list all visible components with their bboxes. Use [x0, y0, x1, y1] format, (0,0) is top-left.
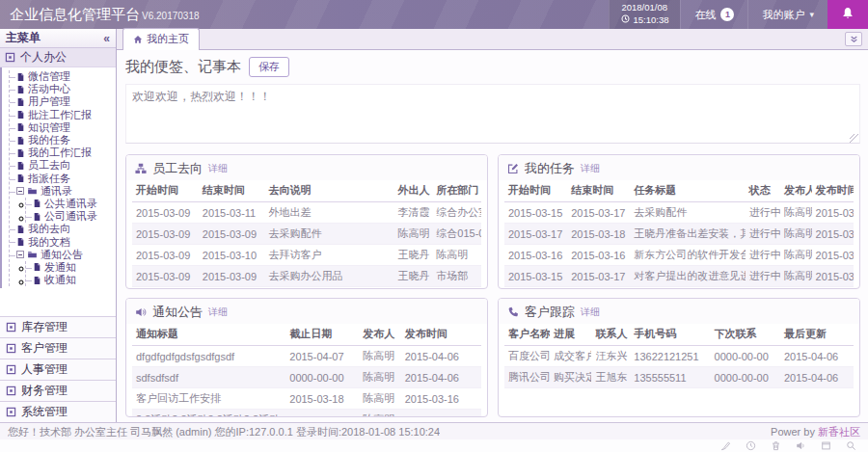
document-icon	[16, 136, 25, 146]
online-users-button[interactable]: 在线 1	[680, 0, 747, 29]
sidebar-menu-tree: 微信管理活动中心用户管理批注工作汇报知识管理我的任务我的工作汇报员工去向指派任务…	[0, 67, 116, 288]
sidebar-item-我的工作汇报[interactable]: 我的工作汇报	[16, 146, 114, 159]
window-icon[interactable]	[821, 440, 831, 451]
document-icon	[16, 97, 25, 107]
table-row[interactable]: sdfsdfsdf0000-00-00陈高明2015-04-06	[132, 367, 481, 388]
column-header: 所在部门	[432, 180, 481, 202]
section-square-icon	[5, 52, 15, 63]
panel-detail-link[interactable]: 详细	[208, 306, 228, 319]
sidebar-section-系统管理[interactable]: 系统管理	[0, 401, 116, 422]
table-cell: 百度公司	[504, 346, 550, 367]
column-header: 发布时间	[401, 324, 481, 346]
panel-notices: 通知公告详细通知标题截止日期发布人发布时间dfgdfgdfgdsfgsdfgsd…	[125, 298, 488, 417]
sidebar-item-我的去向[interactable]: 我的去向	[16, 223, 114, 235]
sidebar-collapse-icon[interactable]: «	[103, 32, 110, 45]
document-icon	[16, 161, 25, 171]
app-title: 企业信息化管理平台	[10, 6, 140, 24]
table-cell: 2015-03-15	[504, 202, 567, 224]
table-row[interactable]: 2015-03-092015-03-09去采购配件陈高明综合015-03-	[132, 224, 481, 245]
sidebar-item-用户管理[interactable]: 用户管理	[16, 95, 114, 108]
table-row[interactable]: 2015-03-172015-03-18王晓丹准备出差安装，其他人配合进行中陈高…	[504, 224, 854, 245]
notification-bell-button[interactable]	[827, 0, 868, 29]
table-cell: 2015-03-09	[132, 266, 199, 287]
sidebar-item-公共通讯录[interactable]: 公共通讯录	[33, 198, 114, 210]
sidebar-item-批注工作汇报[interactable]: 批注工作汇报	[16, 109, 114, 121]
table-cell: 综合办公室	[432, 287, 481, 289]
table-cell: 王晓丹准备出差安装，其他人配合	[630, 224, 745, 245]
sidebar-section-财务管理[interactable]: 财务管理	[0, 380, 116, 401]
table-row[interactable]: 2015-03-092015-03-10去拜访客户王晓丹陈高明	[132, 245, 481, 266]
panel-detail-link[interactable]: 详细	[581, 306, 600, 319]
current-time: 15:10:38	[633, 14, 668, 27]
table-cell: 王旭东	[591, 367, 630, 388]
sidebar-item-我的任务[interactable]: 我的任务	[16, 134, 114, 146]
table-row[interactable]: 2015-03-092015-03-11外地出差李清霞综合办公室	[132, 202, 481, 224]
panel-detail-link[interactable]: 详细	[581, 162, 600, 175]
power-by-link[interactable]: 新香社区	[818, 426, 860, 438]
table-cell: 新东方公司的软件开发合同需要签约	[630, 245, 745, 266]
column-header: 结束时间	[199, 180, 265, 202]
tab-list-button[interactable]	[845, 32, 862, 46]
table-cell: 综合办公室	[432, 202, 481, 224]
trash-icon[interactable]	[771, 440, 781, 451]
table-cell: 汪东兴	[591, 346, 630, 367]
table-row[interactable]: 2015-03-162015-03-16新东方公司的软件开发合同需要签约进行中陈…	[504, 245, 854, 266]
folder-icon	[27, 250, 38, 259]
table-cell: 去采购配件	[265, 224, 394, 245]
table-row[interactable]: 2015-03-082015-03-08软件不会用，需要服务已完成陈高明2015…	[504, 287, 854, 289]
my-account-dropdown[interactable]: 我的账户	[747, 0, 827, 29]
sidebar-item-微信管理[interactable]: 微信管理	[16, 70, 114, 83]
panel-table: 通知标题截止日期发布人发布时间dfgdfgdfgdsfgsdfgsdf2015-…	[132, 324, 481, 416]
sidebar-section-库存管理[interactable]: 库存管理	[0, 316, 116, 337]
table-cell: 成交客户	[550, 346, 591, 367]
account-label: 我的账户	[762, 8, 804, 22]
table-row[interactable]: 客户回访工作安排2015-03-18陈高明2015-03-16	[132, 388, 481, 410]
table-cell: 综合015-03-	[432, 224, 481, 245]
document-icon	[16, 237, 25, 247]
app-brand: 企业信息化管理平台 V6.20170318	[0, 0, 209, 29]
sidebar-item-收通知[interactable]: 收通知	[33, 274, 114, 286]
sidebar-item-通讯录[interactable]: 通讯录	[16, 185, 114, 198]
sidebar-item-发通知[interactable]: 发通知	[33, 261, 114, 274]
volume-icon[interactable]	[796, 440, 806, 451]
magnifier-icon[interactable]	[846, 440, 856, 451]
textarea-resize-handle[interactable]	[850, 134, 858, 143]
table-row[interactable]: dfgdfgdfgdsfgsdfgsdf2015-04-07陈高明2015-04…	[132, 346, 481, 367]
pen-icon[interactable]	[720, 440, 731, 451]
table-cell: 3.8活动3.8活动3.8活动3.8活动	[132, 410, 285, 417]
sidebar-section-客户管理[interactable]: 客户管理	[0, 337, 116, 359]
sidebar-item-知识管理[interactable]: 知识管理	[16, 121, 114, 134]
sidebar-item-公司通讯录[interactable]: 公司通讯录	[33, 210, 114, 223]
column-header: 状态	[746, 180, 780, 202]
panel-detail-link[interactable]: 详细	[208, 162, 228, 175]
table-row[interactable]: 2015-03-152015-03-17去采购配件进行中陈高明2015-03-1…	[504, 202, 854, 224]
section-label: 人事管理	[21, 361, 68, 378]
tree-collapse-icon[interactable]	[16, 187, 24, 195]
table-cell: 陈高明	[359, 367, 400, 388]
tab-my-homepage[interactable]: 我的主页	[122, 28, 200, 50]
table-row[interactable]: 腾讯公司购买决定王旭东1355555110000-00-002015-04-06	[504, 367, 854, 388]
table-row[interactable]: 2015-02-282015-02-28去海州开发区拜访客户，大家有事直接打我电…	[132, 287, 481, 289]
table-cell: 去拜访客户	[265, 245, 394, 266]
save-button[interactable]: 保存	[249, 57, 289, 77]
document-icon	[33, 262, 41, 272]
panel-staff-whereabouts: 员工去向详细开始时间结束时间去向说明外出人所在部门2015-03-092015-…	[125, 154, 488, 289]
sidebar-item-活动中心[interactable]: 活动中心	[16, 83, 114, 95]
section-square-icon	[6, 364, 16, 375]
sidebar-item-员工去向[interactable]: 员工去向	[16, 159, 114, 172]
table-row[interactable]: 3.8活动3.8活动3.8活动3.8活动2015-03-08陈高明2015-03…	[132, 410, 481, 417]
sidebar-section-人事管理[interactable]: 人事管理	[0, 359, 116, 380]
tree-collapse-icon[interactable]	[16, 251, 24, 258]
table-cell: 13622121251	[630, 346, 710, 367]
table-row[interactable]: 2015-03-152015-03-17对客户提出的改进意见进行处理进行中陈高明…	[504, 266, 854, 287]
history-icon[interactable]	[746, 440, 756, 451]
sidebar-item-我的文档[interactable]: 我的文档	[16, 235, 114, 248]
sidebar-item-通知公告[interactable]: 通知公告	[16, 249, 114, 261]
table-cell: 市场部	[432, 266, 481, 287]
sidebar-item-指派任务[interactable]: 指派任务	[16, 173, 114, 185]
notepad-textarea[interactable]	[125, 84, 860, 144]
table-row[interactable]: 2015-03-092015-03-09去采购办公用品王晓丹市场部	[132, 266, 481, 287]
table-row[interactable]: 百度公司成交客户汪东兴136221212510000-00-002015-04-…	[504, 346, 854, 367]
table-cell: 2015-03-16	[401, 388, 481, 410]
sidebar-section-personal-office[interactable]: 个人办公	[0, 48, 116, 67]
